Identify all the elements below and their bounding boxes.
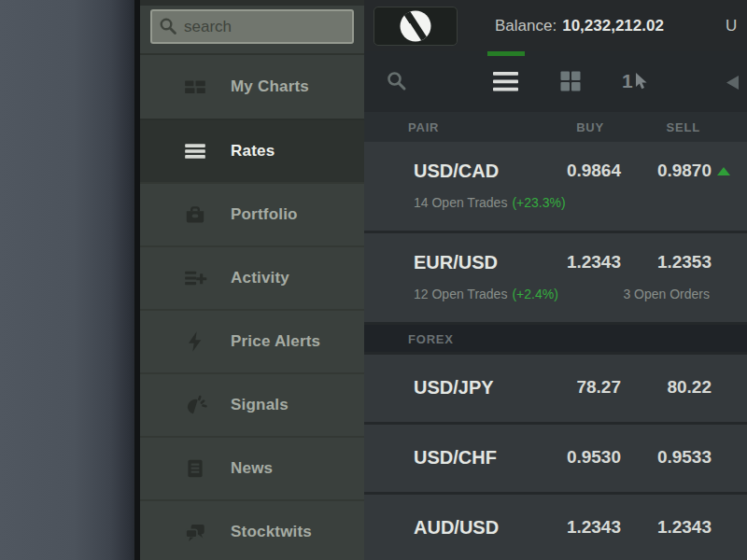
search-icon[interactable] [386,70,408,92]
activity-list-plus-icon [183,266,207,290]
signals-megaphone-icon [183,393,207,417]
change-percent: (+23.3%) [512,195,565,210]
buy-price: 0.9864 [567,161,621,181]
one-click-pointer-icon [635,73,648,91]
newspaper-icon [183,456,207,481]
sidebar-item-signals[interactable]: Signals [140,372,364,436]
sidebar-item-activity[interactable]: Activity [140,245,364,309]
sidebar-item-label: My Charts [231,77,309,96]
sell-price: 80.22 [667,377,712,398]
sidebar-item-price-alerts[interactable]: Price Alerts [140,309,364,372]
lightning-icon [183,329,207,354]
sidebar-item-my-charts[interactable]: My Charts [140,55,364,119]
sidebar: My Charts Rates Portfolio [140,0,364,560]
sidebar-item-label: Portfolio [231,205,298,224]
sidebar-item-news[interactable]: News [140,436,364,499]
charts-grid-icon [183,75,207,99]
sidebar-item-label: Stocktwits [231,523,312,541]
pair-label: EUR/USD [414,252,498,273]
buy-price: 0.9530 [567,447,621,468]
search-box [150,9,354,44]
rate-row-usd-jpy[interactable]: USD/JPY 78.27 80.22 [364,355,747,425]
section-header-forex: FOREX [364,325,747,355]
logo-button[interactable] [374,7,458,46]
column-header-sell: SELL [667,120,700,134]
app-window: My Charts Rates Portfolio [0,0,747,560]
sidebar-menu: My Charts Rates Portfolio [140,55,364,560]
sell-price: 1.2343 [657,517,712,538]
sidebar-item-label: Price Alerts [231,332,320,351]
cropped-left-panel [0,0,134,560]
balance-display: Balance:10,232,212.02 [495,0,664,51]
rate-row-aud-usd[interactable]: AUD/USD 1.2343 1.2343 [364,495,747,560]
sidebar-item-label: Rates [231,142,275,161]
column-header-pair: PAIR [408,120,439,134]
search-icon [159,17,177,35]
open-trades-text: 12 Open Trades [414,287,507,301]
one-click-trading-button[interactable]: 1 [622,68,648,94]
open-orders-text: 3 Open Orders [623,287,710,301]
sell-price: 0.9533 [657,447,712,468]
grid-view-icon[interactable] [559,70,582,92]
section-label: FOREX [408,331,454,345]
portfolio-drawer-icon [183,203,207,227]
rates-table-header: PAIR BUY SELL [364,112,747,142]
column-header-buy: BUY [576,120,604,134]
search-section [140,6,364,55]
sell-price: 1.2353 [657,252,712,273]
chat-bubbles-icon [183,520,207,544]
rate-row-usd-chf[interactable]: USD/CHF 0.9530 0.9533 [364,425,747,495]
header-truncated-text: U [726,0,737,51]
rates-list-icon [183,139,207,163]
circle-slash-logo-icon [401,11,431,42]
list-view-icon[interactable] [493,72,518,91]
sidebar-item-stocktwits[interactable]: Stocktwits [140,499,364,560]
open-trades-text: 14 Open Trades [414,195,507,210]
search-input[interactable] [150,9,354,44]
pair-label: USD/CHF [414,447,497,469]
pair-label: USD/JPY [414,377,494,399]
sidebar-item-portfolio[interactable]: Portfolio [140,182,364,245]
collapse-arrow-icon[interactable] [726,76,739,90]
trend-up-icon [717,167,730,175]
buy-price: 78.27 [576,377,621,398]
app-header: Balance:10,232,212.02 U [364,0,747,51]
pair-label: USD/CAD [414,161,499,182]
rates-panel: Balance:10,232,212.02 U 1 [364,0,747,560]
one-click-digit: 1 [622,68,633,94]
buy-price: 1.2343 [567,252,621,273]
change-percent: (+2.4%) [512,287,557,301]
balance-value: 10,232,212.02 [562,17,664,35]
sidebar-item-label: Activity [231,269,289,287]
sidebar-item-rates[interactable]: Rates [140,119,364,182]
pair-label: AUD/USD [414,517,499,539]
sell-price: 0.9870 [657,161,712,181]
buy-price: 1.2343 [567,517,621,538]
rate-row-usd-cad[interactable]: USD/CAD 0.9864 0.9870 14 Open Trades(+23… [364,142,747,233]
sidebar-item-label: Signals [231,396,289,414]
open-trades-line: 12 Open Trades(+2.4%) [414,287,558,301]
balance-label: Balance: [495,17,557,35]
active-tab-indicator [487,51,525,56]
rate-row-eur-usd[interactable]: EUR/USD 1.2343 1.2353 12 Open Trades(+2.… [364,233,747,325]
open-trades-line: 14 Open Trades(+23.3%) [414,195,566,210]
sidebar-item-label: News [231,459,273,478]
toolbar: 1 [364,51,747,112]
rates-rows: USD/CAD 0.9864 0.9870 14 Open Trades(+23… [364,142,747,560]
